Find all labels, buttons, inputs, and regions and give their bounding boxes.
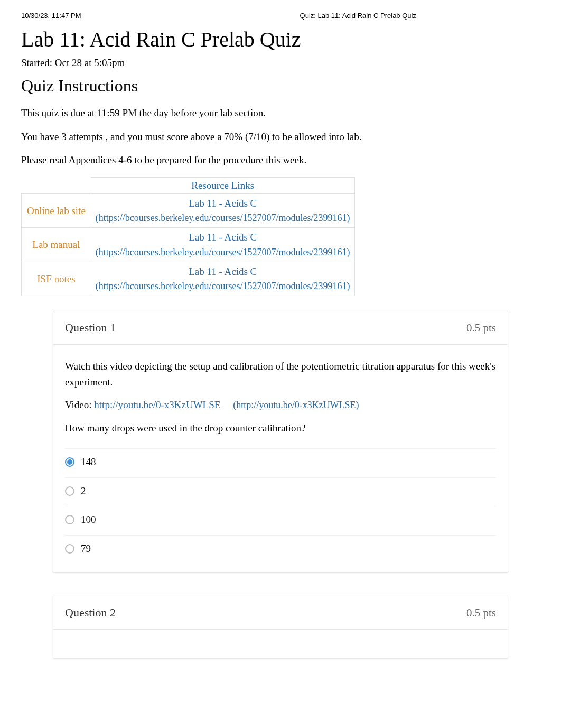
question-header: Question 2 0.5 pts [53,596,508,630]
question-body [53,630,508,658]
resource-links-caption: Resource Links [91,177,354,193]
resource-link-url[interactable]: (https://bcourses.berkeley.edu/courses/1… [96,211,350,225]
answer-list: 148 2 100 79 [65,448,496,561]
question-text-2: How many drops were used in the drop cou… [65,420,496,436]
question-1: Question 1 0.5 pts Watch this video depi… [53,311,508,573]
answer-label: 79 [81,541,91,556]
resource-link[interactable]: Lab 11 - Acids C [96,264,350,280]
answer-option[interactable]: 2 [65,477,496,504]
answer-option[interactable]: 79 [65,535,496,561]
question-points: 0.5 pts [466,321,496,335]
print-timestamp: 10/30/23, 11:47 PM [21,12,81,20]
resource-row-label: Lab manual [22,228,91,262]
instructions-heading: Quiz Instructions [21,76,540,96]
answer-option[interactable]: 148 [65,448,496,475]
table-row: Lab manual Lab 11 - Acids C (https://bco… [22,228,355,262]
resource-links-table: Resource Links Online lab site Lab 11 - … [21,177,355,297]
radio-icon[interactable] [65,515,74,524]
instructions-line-3: Please read Appendices 4-6 to be prepare… [21,153,540,168]
page-title: Lab 11: Acid Rain C Prelab Quiz [21,27,540,52]
question-header: Question 1 0.5 pts [53,311,508,345]
question-2: Question 2 0.5 pts [53,596,508,659]
resource-link[interactable]: Lab 11 - Acids C [96,230,350,245]
resource-link-url[interactable]: (https://bcourses.berkeley.edu/courses/1… [96,279,350,293]
question-label: Question 1 [65,321,116,335]
question-text-1: Watch this video depicting the setup and… [65,358,496,390]
started-text: Started: Oct 28 at 5:05pm [21,57,540,69]
answer-label: 100 [81,512,96,527]
radio-icon[interactable] [65,544,74,554]
answer-label: 2 [81,483,86,499]
resource-row-label: ISF notes [22,262,91,296]
answer-option[interactable]: 100 [65,506,496,532]
resource-row-label: Online lab site [22,193,91,228]
answer-label: 148 [81,454,96,469]
question-points: 0.5 pts [466,606,496,620]
table-row: ISF notes Lab 11 - Acids C (https://bcou… [22,262,355,296]
question-video-line: Video: http://youtu.be/0-x3KzUWLSE (http… [65,397,496,413]
table-row: Online lab site Lab 11 - Acids C (https:… [22,193,355,228]
question-label: Question 2 [65,606,116,620]
resource-link[interactable]: Lab 11 - Acids C [96,196,350,211]
video-link[interactable]: http://youtu.be/0-x3KzUWLSE [94,399,220,410]
resource-link-url[interactable]: (https://bcourses.berkeley.edu/courses/1… [96,245,350,260]
radio-selected-icon[interactable] [65,457,74,467]
video-link-paren[interactable]: (http://youtu.be/0-x3KzUWLSE) [233,400,359,410]
print-header: 10/30/23, 11:47 PM Quiz: Lab 11: Acid Ra… [0,0,561,24]
instructions-line-1: This quiz is due at 11:59 PM the day bef… [21,106,540,121]
radio-icon[interactable] [65,486,74,496]
question-body: Watch this video depicting the setup and… [53,345,508,572]
print-doc-title: Quiz: Lab 11: Acid Rain C Prelab Quiz [81,12,540,20]
instructions-line-2: You have 3 attempts , and you must score… [21,130,540,144]
